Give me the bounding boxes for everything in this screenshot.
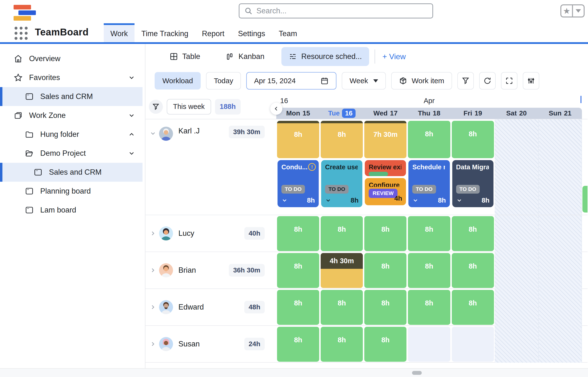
sidebar-item-sales-and-crm[interactable]: Sales and CRM [0, 163, 143, 182]
sidebar-item-lam-board[interactable]: Lam board [0, 201, 145, 220]
chevron-right-icon[interactable] [149, 341, 157, 347]
day-col-wed: 8h [363, 289, 407, 326]
bookmark-star-button[interactable]: ★ [561, 5, 572, 16]
weekend-col-sun [538, 119, 582, 215]
workload-cell-empty[interactable] [452, 327, 494, 362]
view-tab-table[interactable]: Table [162, 47, 207, 66]
person-cell-edward[interactable]: Edward 48h [146, 289, 276, 325]
day-col-thu [407, 326, 451, 363]
workload-cell[interactable]: 8h [321, 327, 363, 362]
sidebar-item-hung-folder[interactable]: Hung folder [0, 125, 145, 144]
refresh-button[interactable] [479, 72, 496, 90]
nav-tab-settings[interactable]: Settings [231, 23, 272, 42]
task-card-conduct[interactable]: Condu... ! TO DO 8h [278, 160, 319, 207]
workload-cell[interactable]: 8h [277, 216, 319, 251]
workload-cell[interactable]: 8h [408, 253, 450, 288]
nav-tab-team[interactable]: Team [272, 23, 304, 42]
search-input[interactable]: Search... [239, 3, 433, 18]
workload-cell[interactable]: 8h [364, 327, 407, 362]
work-item-cube-icon [399, 77, 407, 85]
sidebar-item-sales-and-crm-favorite[interactable]: Sales and CRM [0, 87, 143, 106]
nav-tab-report[interactable]: Report [195, 23, 231, 42]
task-card-schedule[interactable]: Schedule r... TO DO 8h [408, 160, 450, 207]
chevron-down-icon[interactable] [149, 130, 157, 137]
sidebar-item-favorites[interactable]: Favorites [0, 68, 145, 87]
day-col-mon: 8h [276, 326, 320, 363]
bookmark-split-button[interactable]: ★ [560, 4, 585, 17]
day-header-fri: Fri19 [451, 109, 495, 117]
workload-cell[interactable]: 8h [452, 253, 494, 288]
workload-cell[interactable]: 8h [321, 290, 363, 325]
app-grid-icon[interactable] [13, 26, 29, 41]
workload-cell[interactable]: 8h [452, 216, 494, 251]
sidebar-item-overview[interactable]: Overview [0, 49, 145, 68]
workload-cell[interactable]: 8h [277, 253, 319, 288]
workload-button[interactable]: Workload [155, 72, 201, 90]
view-tab-kanban[interactable]: Kanban [219, 47, 272, 66]
workload-cell-split[interactable]: 4h 30m [321, 253, 363, 288]
view-tab-resource-scheduling[interactable]: Resource sched... [281, 47, 369, 66]
range-select[interactable]: Week [342, 72, 386, 90]
logo-bar-yellow [13, 16, 31, 21]
chevron-up-icon[interactable] [128, 131, 135, 138]
person-name: Edward [178, 303, 204, 311]
nav-tab-time-tracking[interactable]: Time Tracking [135, 23, 195, 42]
workload-cell[interactable]: 8h [364, 216, 407, 251]
chevron-down-icon[interactable] [456, 197, 463, 203]
person-cell-brian[interactable]: Brian 36h 30m [146, 252, 276, 288]
workload-cell[interactable]: 8h [277, 290, 319, 325]
chevron-right-icon[interactable] [149, 230, 157, 237]
day-header-sun: Sun21 [538, 109, 582, 117]
avatar [159, 300, 173, 314]
workload-cell[interactable]: 8h [408, 216, 450, 251]
task-card-create-user[interactable]: Create use... TO DO 8h [321, 160, 362, 207]
workload-cell[interactable]: 8h [277, 327, 319, 362]
date-picker[interactable]: Apr 15, 2024 [246, 72, 336, 90]
workload-cell-empty[interactable] [408, 327, 450, 362]
person-total-hours: 36h 30m [229, 264, 265, 277]
workload-cell[interactable]: 8h [321, 216, 363, 251]
day-col-fri: 8h [451, 252, 495, 289]
person-cell-lucy[interactable]: Lucy 40h [146, 215, 276, 252]
horizontal-scrollbar-handle[interactable] [412, 371, 422, 375]
chevron-down-icon[interactable] [128, 150, 135, 157]
fullscreen-button[interactable] [501, 72, 518, 90]
task-card-configure[interactable]: Configure I... REVIEW 4h [365, 178, 406, 205]
nav-tab-work[interactable]: Work [104, 23, 135, 42]
bookmark-dropdown-button[interactable] [573, 5, 584, 16]
settings-button[interactable] [523, 72, 539, 90]
workload-cell[interactable]: 8h [452, 121, 494, 158]
collapse-panel-button[interactable] [270, 103, 282, 115]
sidebar-item-work-zone[interactable]: Work Zone [0, 106, 145, 125]
panel-filter-button[interactable] [149, 100, 163, 114]
workload-cell[interactable]: 7h 30m [364, 121, 407, 158]
task-card-data-migration[interactable]: Data Migra... TO DO 8h [452, 160, 494, 207]
person-cell-karl[interactable]: Karl .J 39h 30m [146, 119, 276, 215]
sidebar-item-planning-board[interactable]: Planning board [0, 182, 145, 201]
workload-cell[interactable]: 8h [364, 290, 407, 325]
workload-cell[interactable]: 8h [364, 253, 407, 288]
workload-cell[interactable]: 8h [408, 290, 450, 325]
chevron-down-icon[interactable] [128, 74, 135, 81]
day-col-wed: 8h [363, 252, 407, 289]
workload-cell[interactable]: 8h [277, 121, 319, 158]
today-button[interactable]: Today [206, 72, 241, 90]
chevron-down-icon[interactable] [281, 197, 288, 203]
chevron-right-icon[interactable] [149, 304, 157, 310]
chevron-down-icon[interactable] [412, 197, 418, 203]
task-card-review-existing[interactable]: Review exi... [365, 160, 406, 176]
next-week-task-sliver[interactable] [582, 186, 588, 212]
workload-cell[interactable]: 8h [452, 290, 494, 325]
person-cell-susan[interactable]: Susan 24h [146, 326, 276, 362]
workload-cell[interactable]: 8h [408, 121, 450, 158]
this-week-button[interactable]: This week [167, 99, 211, 115]
workload-cell[interactable]: 8h [321, 121, 363, 158]
sidebar-item-demo-project[interactable]: Demo Project [0, 144, 145, 163]
day-col-tue: 4h 30m [320, 252, 363, 289]
work-item-button[interactable]: Work item [391, 72, 452, 90]
chevron-down-icon[interactable] [325, 197, 331, 203]
chevron-right-icon[interactable] [149, 267, 157, 274]
chevron-down-icon[interactable] [128, 112, 135, 119]
add-view-button[interactable]: + View [378, 52, 411, 61]
filter-button[interactable] [457, 72, 474, 90]
